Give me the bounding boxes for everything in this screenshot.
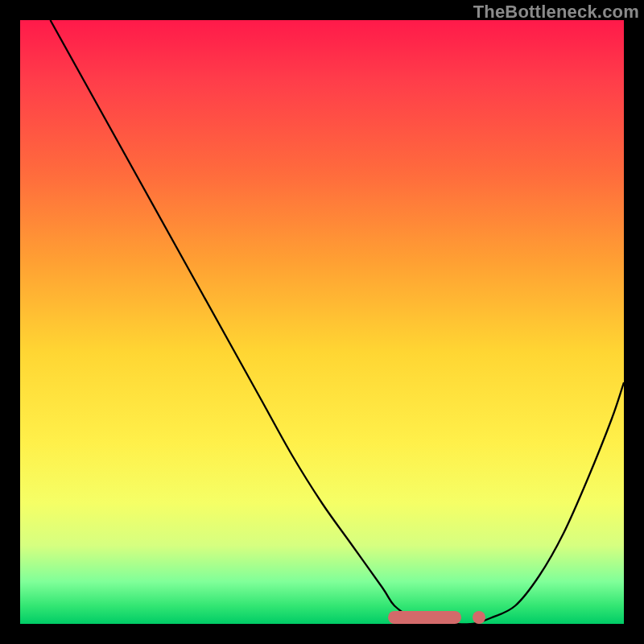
watermark-label: TheBottleneck.com (473, 2, 639, 23)
bottleneck-curve (51, 20, 625, 625)
chart-container: TheBottleneck.com (0, 0, 644, 644)
optimal-point-marker (473, 611, 485, 624)
plot-svg (20, 20, 624, 624)
plot-area (20, 20, 624, 624)
